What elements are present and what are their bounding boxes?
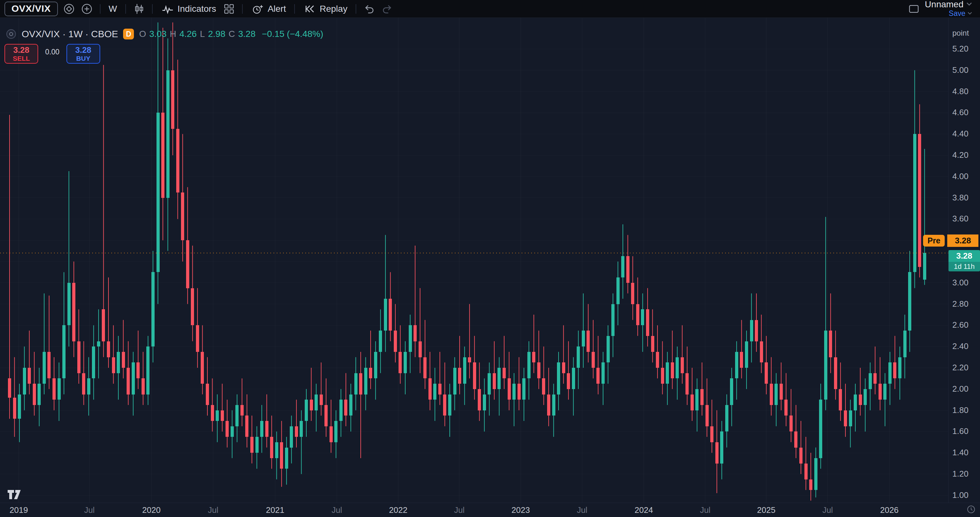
candle bbox=[211, 378, 214, 431]
ohlc-values: O3.03 H4.26 L2.98 C3.28 bbox=[139, 29, 255, 39]
candle bbox=[854, 384, 857, 431]
chart-style-icon[interactable] bbox=[132, 2, 146, 16]
candle bbox=[601, 352, 605, 405]
candle bbox=[176, 59, 180, 219]
sell-button[interactable]: 3.28 SELL bbox=[5, 44, 38, 64]
candle bbox=[414, 246, 417, 357]
time-label-month: Jul bbox=[208, 505, 218, 515]
candle bbox=[671, 331, 674, 389]
candle bbox=[409, 315, 412, 373]
price-tick-label: 4.00 bbox=[952, 172, 969, 181]
indicators-button[interactable]: Indicators bbox=[159, 2, 218, 16]
pre-market-price-badge: Pre 3.28 bbox=[923, 234, 978, 247]
layout-name-button[interactable]: Unnamed bbox=[925, 0, 972, 10]
low-value: 2.98 bbox=[208, 29, 226, 39]
candle bbox=[498, 357, 501, 416]
symbol-search-box[interactable]: OVX/VIX bbox=[5, 2, 58, 16]
layout-name: Unnamed bbox=[925, 0, 964, 10]
candle bbox=[255, 426, 259, 469]
candle bbox=[794, 405, 797, 458]
candle bbox=[399, 325, 402, 384]
time-label-month: Jul bbox=[822, 505, 833, 515]
toolbar-separator bbox=[356, 4, 356, 14]
candle bbox=[38, 368, 41, 426]
candle bbox=[913, 70, 916, 288]
candle bbox=[740, 320, 743, 379]
candle bbox=[869, 363, 872, 410]
candle bbox=[592, 320, 595, 379]
candle bbox=[681, 325, 684, 384]
candle bbox=[117, 336, 120, 399]
bar-countdown: 1d 11h bbox=[948, 262, 980, 271]
last-price-badge: 3.28 1d 11h bbox=[948, 250, 980, 271]
price-tick-label: 1.80 bbox=[952, 405, 969, 415]
candle bbox=[52, 357, 56, 410]
candle bbox=[428, 352, 432, 410]
sell-label: SELL bbox=[13, 55, 30, 62]
symbol-name: OVX/VIX bbox=[11, 3, 51, 14]
undo-icon[interactable] bbox=[363, 2, 376, 16]
candle bbox=[537, 331, 541, 389]
candle bbox=[77, 309, 81, 384]
candle bbox=[661, 341, 664, 395]
candle bbox=[666, 352, 669, 405]
alert-button[interactable]: Alert bbox=[249, 2, 288, 16]
candle bbox=[240, 378, 243, 426]
candle bbox=[453, 357, 457, 410]
candle bbox=[221, 384, 224, 431]
symbol-switch-icon[interactable] bbox=[62, 2, 76, 16]
buy-button[interactable]: 3.28 BUY bbox=[67, 44, 100, 64]
tradingview-logo[interactable] bbox=[7, 489, 24, 501]
chevron-down-icon bbox=[966, 2, 972, 8]
save-options-chevron-icon[interactable] bbox=[967, 11, 972, 16]
candle bbox=[760, 315, 763, 373]
candle bbox=[814, 448, 818, 498]
price-tick-label: 1.40 bbox=[952, 448, 969, 458]
timezone-clock-icon[interactable] bbox=[967, 505, 975, 515]
candle bbox=[72, 261, 75, 357]
price-tick-label: 3.60 bbox=[952, 214, 969, 224]
candle bbox=[493, 341, 496, 400]
legend-symbol-title[interactable]: OVX/VIX · 1W · CBOE bbox=[22, 29, 118, 40]
price-tick-label: 2.60 bbox=[952, 320, 969, 330]
candle bbox=[686, 347, 689, 405]
candle bbox=[196, 288, 199, 368]
candle bbox=[354, 357, 358, 410]
candle bbox=[527, 341, 531, 400]
candle bbox=[290, 415, 293, 463]
candle bbox=[878, 357, 882, 410]
candle bbox=[745, 331, 748, 389]
candle bbox=[171, 22, 174, 156]
candlestick-chart[interactable] bbox=[0, 18, 948, 503]
toolbar-separator bbox=[100, 4, 100, 14]
price-tick-label: 1.00 bbox=[952, 490, 969, 500]
candle bbox=[285, 437, 288, 485]
candle bbox=[473, 336, 476, 399]
candle bbox=[636, 277, 640, 336]
redo-icon[interactable] bbox=[380, 2, 394, 16]
candle bbox=[844, 384, 847, 437]
candle bbox=[201, 325, 204, 394]
candle bbox=[206, 357, 209, 416]
candle bbox=[695, 378, 698, 431]
time-label-month: Jul bbox=[577, 505, 587, 515]
candle bbox=[819, 384, 822, 469]
candle bbox=[463, 347, 466, 405]
price-tick-label: 1.60 bbox=[952, 426, 969, 436]
compare-add-icon[interactable] bbox=[80, 2, 94, 16]
candle bbox=[547, 368, 550, 426]
interval-button[interactable]: W bbox=[107, 4, 119, 14]
candle bbox=[369, 331, 372, 389]
candle bbox=[384, 235, 387, 352]
time-axis[interactable]: 2019Jul2020Jul2021Jul2022Jul2023Jul2024J… bbox=[0, 503, 948, 517]
candle bbox=[270, 415, 273, 469]
templates-grid-icon[interactable] bbox=[222, 2, 236, 16]
replay-button[interactable]: Replay bbox=[301, 2, 349, 16]
price-tick-label: 4.40 bbox=[952, 129, 969, 139]
save-button[interactable]: Save bbox=[949, 10, 966, 17]
candle bbox=[260, 405, 263, 453]
candle bbox=[626, 235, 630, 294]
layout-select-icon[interactable] bbox=[907, 2, 921, 16]
time-label-month: Jul bbox=[454, 505, 465, 515]
candle bbox=[780, 363, 783, 410]
